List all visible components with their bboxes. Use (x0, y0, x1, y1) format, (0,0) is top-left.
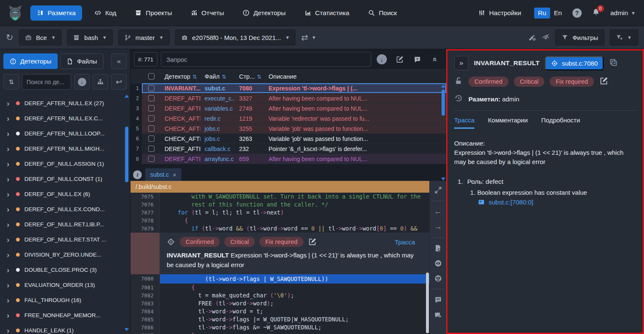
file-tab-subst[interactable]: subst.c × (145, 168, 181, 181)
snapshot-dropdown[interactable]: e20758f0 - Mon, 13 Dec 2021...▼ (175, 29, 296, 45)
add-comment-button[interactable] (410, 52, 424, 66)
tree-item[interactable]: ›FALL_THROUGH (16) (0, 292, 130, 307)
file-link[interactable]: execute_c... (205, 95, 235, 102)
row-checkbox[interactable] (142, 125, 160, 132)
project-dropdown[interactable]: bash▼ (67, 29, 112, 45)
row-checkbox[interactable] (142, 95, 160, 101)
chevron-right-icon[interactable]: › (7, 175, 11, 183)
table-row[interactable]: 3DEREF_AFTER...variables.c2749After havi… (130, 103, 446, 114)
history-button[interactable] (454, 94, 463, 104)
scroll-down-icon[interactable] (125, 328, 129, 331)
chevron-right-icon[interactable]: › (7, 296, 11, 304)
nav-item-code[interactable]: Код (88, 5, 122, 21)
severity-badge[interactable]: Critical (224, 237, 255, 247)
tree-item[interactable]: ›DEREF_OF_NULL.ASSIGN (1) (0, 156, 130, 171)
prev-result-button[interactable]: ← (430, 205, 447, 218)
highlighted-code-line[interactable]: 7080 (tl->word->flags | W_SAWQUOTEDNULL)… (130, 274, 429, 284)
tree-item[interactable]: ›HANDLE_LEAK (1) (0, 323, 130, 334)
row-checkbox[interactable] (142, 85, 160, 91)
tree-view-button[interactable] (93, 74, 108, 90)
notifications-button[interactable]: 0 (592, 8, 600, 18)
tree-item[interactable]: ›DEREF_OF_NULL.RET.LIB.P... (0, 217, 130, 232)
close-icon[interactable]: × (173, 171, 176, 178)
edit-square-icon[interactable] (308, 238, 317, 246)
sort-icon[interactable]: ⇅ (257, 74, 261, 80)
row-checkbox[interactable] (142, 146, 160, 152)
resolution-badge[interactable]: Fix required (259, 237, 303, 247)
severity-badge[interactable]: Critical (514, 77, 544, 87)
scope-dropdown[interactable]: Все▼ (19, 29, 62, 45)
query-input[interactable] (161, 52, 371, 67)
user-menu[interactable]: admin ▼ (609, 7, 637, 19)
refresh-button[interactable]: ↻ (6, 32, 13, 42)
chevron-right-icon[interactable]: › (7, 281, 11, 289)
file-link[interactable]: redir.c (205, 115, 221, 122)
chevron-right-icon[interactable]: › (7, 99, 11, 107)
tree-item[interactable]: ›DEREF_OF_NULL.CONST (1) (0, 171, 130, 186)
tree-item[interactable]: ›DEREF_AFTER_NULL.MIGH... (0, 141, 130, 156)
row-checkbox[interactable] (142, 115, 160, 122)
table-row[interactable]: 6CHECK_AFTE...jobs.c3263Variable 'job' w… (130, 134, 446, 144)
chevron-right-icon[interactable]: › (7, 251, 11, 259)
column-header-file[interactable]: Файл⇅ (200, 73, 235, 80)
nav-item-statistics[interactable]: Статистика (298, 5, 356, 21)
tab-trace[interactable]: Трасса (454, 117, 474, 129)
export-detectors-button[interactable]: ↓ (74, 74, 90, 90)
branch-dropdown[interactable]: master▼ (118, 29, 170, 45)
code-scrollbar-thumb[interactable] (426, 273, 429, 333)
detector-search-input[interactable] (22, 74, 71, 90)
table-row[interactable]: 4CHECK_AFTE...redir.c1219Variable 'redir… (130, 114, 446, 124)
file-location-button[interactable] (430, 242, 447, 254)
edit-query-button[interactable] (392, 52, 407, 66)
tree-item[interactable]: ›FREE_NONHEAP_MEMOR... (0, 307, 130, 323)
tab-detectors[interactable]: Детекторы (3, 53, 58, 69)
table-row[interactable]: 5CHECK_AFTE...jobs.c3255Variable 'job' w… (130, 124, 446, 134)
copy-link-button[interactable] (609, 58, 618, 68)
nav-item-reports[interactable]: Отчеты (184, 5, 231, 21)
lang-en-button[interactable]: En (550, 8, 566, 19)
tree-item[interactable]: ›DIVISION_BY_ZERO.UNDE... (0, 247, 130, 262)
collapse-sidebar-button[interactable]: « (111, 53, 127, 69)
row-checkbox[interactable] (142, 156, 160, 162)
file-link[interactable]: arrayfunc.c (205, 156, 234, 162)
file-link[interactable]: jobs.c (205, 135, 220, 142)
trace-link[interactable]: Трасса (395, 239, 422, 246)
chevron-right-icon[interactable]: › (7, 326, 11, 334)
chevron-right-icon[interactable]: › (7, 190, 11, 198)
collapse-results-button[interactable]: « (428, 52, 442, 66)
chevron-right-icon[interactable]: › (7, 160, 11, 168)
table-row[interactable]: 7DEREF_AFTER...callback.c232Pointer '&_r… (130, 144, 446, 154)
chevron-right-icon[interactable]: › (7, 266, 11, 274)
tree-item[interactable]: ›DEREF_AFTER_NULL.EX (27) (0, 95, 130, 111)
reset-button[interactable]: ↩ (111, 74, 127, 90)
scroll-down-icon[interactable] (441, 178, 445, 180)
select-all-checkbox[interactable] (142, 73, 160, 80)
tree-item[interactable]: ›EVALUATION_ORDER (13) (0, 277, 130, 292)
chevron-right-icon[interactable]: › (7, 236, 11, 244)
sort-icon[interactable]: ⇅ (192, 74, 197, 80)
tree-item[interactable]: ›DEREF_AFTER_NULL.EX.C... (0, 111, 130, 126)
nav-item-detectors[interactable]: Детекторы (236, 5, 292, 21)
file-link[interactable]: jobs.c (205, 125, 220, 132)
view-source-button[interactable] (430, 272, 447, 285)
table-row[interactable]: 2DEREF_AFTER...execute_c...3327After hav… (130, 93, 446, 103)
resolution-badge[interactable]: Fix required (550, 77, 594, 87)
chevron-right-icon[interactable]: › (7, 311, 11, 319)
status-badge[interactable]: Confirmed (468, 77, 508, 87)
nav-item-settings[interactable]: Настройки (472, 5, 527, 21)
view-trace-button[interactable] (430, 257, 447, 270)
filters-button[interactable]: Фильтры (555, 29, 604, 45)
location-button[interactable]: subst.c:7080 (545, 56, 604, 70)
info-icon[interactable]: i (133, 170, 142, 179)
column-header-description[interactable]: Описание (265, 73, 446, 80)
compare-control[interactable]: ⇄ ▼ (301, 32, 316, 42)
scrollbar-thumb[interactable] (125, 127, 128, 182)
chevron-right-icon[interactable]: › (7, 130, 11, 138)
tree-item[interactable]: ›DOUBLE_CLOSE.PROC (3) (0, 262, 130, 277)
scroll-up-icon[interactable] (441, 85, 445, 87)
tab-comments[interactable]: Комментарии (488, 117, 527, 129)
chevron-right-icon[interactable]: › (7, 114, 11, 122)
table-row[interactable]: 1INVARIANT...subst.c7080Expression 'tl->… (130, 83, 446, 93)
column-header-detector[interactable]: Детектор⇅ (160, 73, 200, 80)
help-button[interactable]: ? (572, 8, 582, 18)
